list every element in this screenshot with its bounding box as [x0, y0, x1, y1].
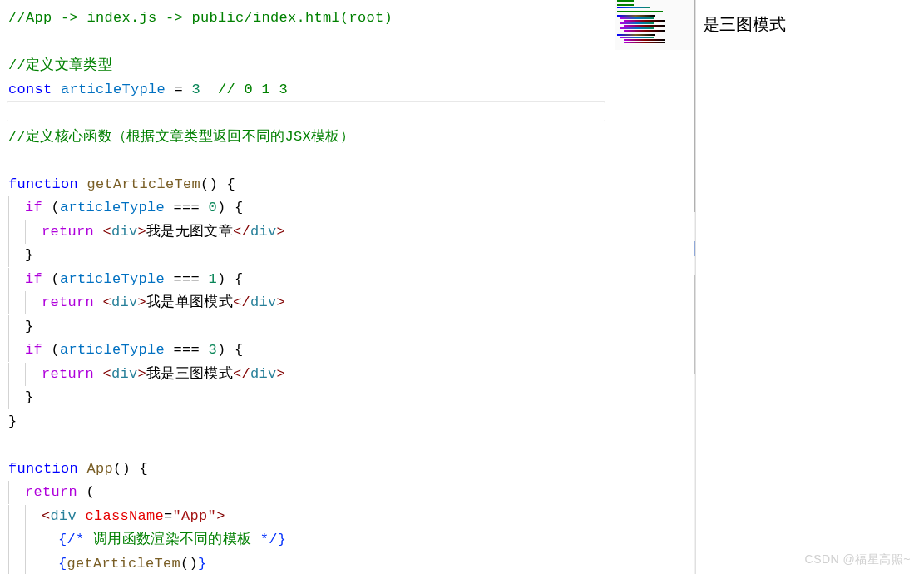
code-line-blank — [8, 149, 686, 173]
code-line: } — [8, 315, 686, 339]
code-line: return <div>我是单图模式</div> — [8, 291, 686, 315]
code-line: if (articleTyple === 3) { — [8, 339, 686, 363]
code-line: function getArticleTem() { — [8, 173, 686, 197]
preview-panel: 是三图模式 — [695, 0, 924, 574]
code-line: function App() { — [8, 458, 686, 482]
code-line-blank — [8, 433, 686, 458]
code-line: {/* 调用函数渲染不同的模板 */} — [8, 528, 686, 552]
code-line: const articleTyple = 3 // 0 1 3 — [8, 78, 686, 102]
code-line: {getArticleTem()} — [8, 552, 686, 575]
code-line-blank — [8, 31, 686, 55]
code-line: if (articleTyple === 0) { — [8, 196, 686, 220]
code-line: } — [8, 410, 686, 434]
code-line: return ( — [8, 481, 686, 505]
code-line: return <div>我是无图文章</div> — [8, 220, 686, 245]
watermark: CSDN @福星高照~ — [805, 552, 911, 567]
code-line: if (articleTyple === 1) { — [8, 268, 686, 292]
minimap[interactable] — [615, 0, 694, 50]
code-line: //定义文章类型 — [8, 54, 686, 78]
code-line: //定义核心函数（根据文章类型返回不同的JSX模板） — [8, 126, 686, 150]
code-line: } — [8, 386, 686, 410]
code-line: } — [8, 244, 686, 268]
preview-text: 是三图模式 — [703, 13, 786, 36]
code-line: <div className="App"> — [8, 505, 686, 529]
code-editor[interactable]: //App -> index.js -> public/index.html(r… — [0, 0, 694, 574]
code-line: //App -> index.js -> public/index.html(r… — [8, 7, 686, 31]
code-line: return <div>我是三图模式</div> — [8, 363, 686, 387]
code-line-blank — [8, 101, 686, 126]
